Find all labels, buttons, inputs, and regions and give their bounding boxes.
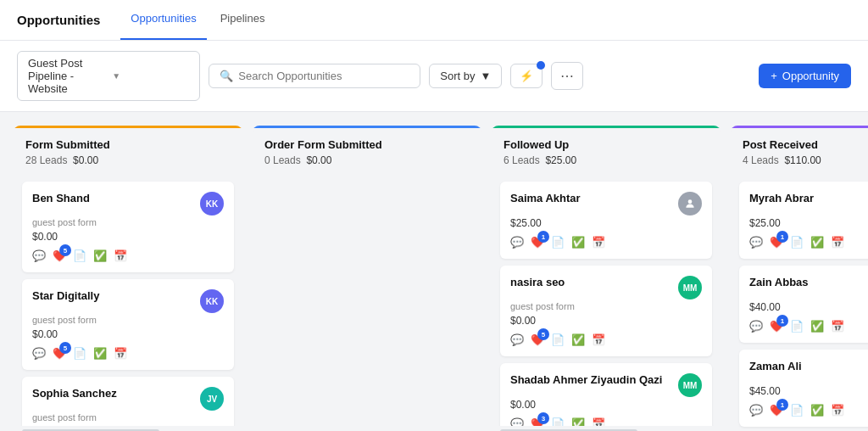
action-icon[interactable]: ❤️5 bbox=[53, 347, 66, 360]
plus-icon: + bbox=[771, 70, 777, 82]
card-amount: $40.00 bbox=[749, 301, 868, 313]
avatar: MM bbox=[678, 373, 702, 397]
action-icon[interactable]: 📅 bbox=[831, 236, 844, 249]
action-icon[interactable]: ❤️1 bbox=[770, 404, 783, 417]
action-icon[interactable]: 📅 bbox=[592, 236, 605, 249]
action-icon[interactable]: ✅ bbox=[810, 404, 824, 417]
action-icon[interactable]: ✅ bbox=[93, 347, 107, 360]
action-icon[interactable]: 📄 bbox=[790, 320, 804, 333]
column-title: Post Received bbox=[743, 138, 868, 151]
card[interactable]: Zaman Ali $45.00 💬❤️1📄✅📅 bbox=[739, 350, 868, 427]
cards-container-order-form-submitted bbox=[253, 175, 481, 431]
column-header-form-submitted: Form Submitted 28 Leads $0.00 bbox=[14, 126, 242, 175]
action-icon[interactable]: ✅ bbox=[810, 236, 824, 249]
card-actions: 💬❤️3📄✅📅 bbox=[510, 417, 702, 426]
action-icon[interactable]: 💬 bbox=[32, 249, 46, 262]
card-header: Zain Abbas bbox=[749, 276, 868, 299]
action-icon[interactable]: 💬 bbox=[749, 320, 763, 333]
action-icon[interactable]: 📅 bbox=[831, 404, 844, 417]
action-icon[interactable]: 💬 bbox=[749, 404, 763, 417]
action-icon[interactable]: 📄 bbox=[790, 236, 804, 249]
card[interactable]: Ben Shand KK guest post form $0.00 💬❤️5📄… bbox=[22, 182, 234, 272]
card[interactable]: Star Digitally KK guest post form $0.00 … bbox=[22, 279, 234, 370]
tab-opportunities[interactable]: Opportunities bbox=[120, 0, 206, 40]
action-icon[interactable]: ❤️5 bbox=[53, 249, 66, 262]
card-header: Zaman Ali bbox=[749, 360, 868, 383]
card-name: Ben Shand bbox=[32, 192, 90, 204]
card[interactable]: Shadab Ahmer Ziyaudin Qazi MM $0.00 💬❤️3… bbox=[500, 363, 712, 426]
card[interactable]: Saima Akhtar $25.00 💬❤️1📄✅📅 bbox=[500, 182, 712, 259]
action-icon[interactable]: 📄 bbox=[551, 333, 565, 346]
svg-point-0 bbox=[688, 199, 693, 204]
action-icon[interactable]: 📅 bbox=[592, 417, 605, 426]
sort-button[interactable]: Sort by ▼ bbox=[429, 64, 502, 88]
action-icon[interactable]: 💬 bbox=[510, 333, 524, 346]
action-icon[interactable]: ❤️5 bbox=[531, 333, 544, 346]
more-options-button[interactable]: ⋯ bbox=[551, 62, 583, 90]
card-name: Myrah Abrar bbox=[749, 192, 814, 204]
search-box[interactable]: 🔍 bbox=[209, 64, 420, 88]
badge: 1 bbox=[776, 399, 788, 411]
sort-label: Sort by bbox=[440, 70, 475, 82]
column-meta: 6 Leads $25.00 bbox=[504, 154, 709, 166]
column-title: Order Form Submitted bbox=[264, 138, 470, 151]
action-icon[interactable]: 📄 bbox=[73, 249, 86, 262]
column-header-followed-up: Followed Up 6 Leads $25.00 bbox=[492, 126, 721, 175]
page-title: Opportunities bbox=[17, 13, 100, 27]
card-name: Saima Akhtar bbox=[510, 192, 581, 204]
action-icon[interactable]: 📄 bbox=[73, 347, 86, 360]
card-header: nasira seo MM bbox=[510, 276, 702, 299]
action-icon[interactable]: ✅ bbox=[571, 333, 585, 346]
card-header: Myrah Abrar bbox=[749, 192, 868, 216]
action-icon[interactable]: ❤️1 bbox=[770, 320, 783, 333]
card[interactable]: Myrah Abrar $25.00 💬❤️1📄✅📅 bbox=[739, 182, 868, 259]
action-icon[interactable]: 💬 bbox=[510, 236, 524, 249]
action-icon[interactable]: ✅ bbox=[810, 320, 824, 333]
action-icon[interactable]: 📄 bbox=[551, 236, 565, 249]
cards-container-post-received: Myrah Abrar $25.00 💬❤️1📄✅📅 Zain Abbas $4… bbox=[731, 175, 868, 431]
kanban-board: Form Submitted 28 Leads $0.00 Ben Shand … bbox=[0, 112, 868, 431]
toolbar: Guest Post Pipeline - Website ▼ 🔍 Sort b… bbox=[0, 41, 868, 112]
top-nav: Opportunities Opportunities Pipelines bbox=[0, 0, 868, 41]
action-icon[interactable]: ❤️1 bbox=[770, 236, 783, 249]
card-name: Shadab Ahmer Ziyaudin Qazi bbox=[510, 373, 662, 386]
pipeline-select[interactable]: Guest Post Pipeline - Website ▼ bbox=[17, 51, 200, 101]
card-header: Sophia Sanchez JV bbox=[32, 387, 224, 411]
tab-pipelines[interactable]: Pipelines bbox=[210, 0, 275, 40]
column-meta: 4 Leads $110.00 bbox=[743, 154, 868, 166]
card-actions: 💬❤️5📄✅📅 bbox=[510, 333, 702, 346]
action-icon[interactable]: 💬 bbox=[749, 236, 763, 249]
filter-active-dot bbox=[537, 61, 545, 70]
column-meta: 0 Leads $0.00 bbox=[264, 154, 470, 166]
action-icon[interactable]: 📅 bbox=[114, 249, 127, 262]
action-icon[interactable]: ❤️1 bbox=[531, 236, 544, 249]
action-icon[interactable]: ❤️3 bbox=[531, 417, 544, 426]
card-subtitle: guest post form bbox=[32, 412, 224, 423]
add-opportunity-button[interactable]: + Opportunity bbox=[759, 64, 851, 88]
avatar: MM bbox=[678, 276, 702, 299]
action-icon[interactable]: 📅 bbox=[592, 333, 605, 346]
avatar: KK bbox=[200, 289, 224, 313]
column-title: Form Submitted bbox=[25, 138, 231, 151]
action-icon[interactable]: ✅ bbox=[93, 249, 107, 262]
cards-container-form-submitted: Ben Shand KK guest post form $0.00 💬❤️5📄… bbox=[14, 175, 242, 426]
action-icon[interactable]: 📅 bbox=[114, 347, 127, 360]
action-icon[interactable]: ✅ bbox=[571, 417, 585, 426]
card-amount: $0.00 bbox=[510, 315, 702, 327]
action-icon[interactable]: ✅ bbox=[571, 236, 585, 249]
search-input[interactable] bbox=[238, 70, 409, 82]
filter-button[interactable]: ⚡ bbox=[510, 64, 542, 88]
card[interactable]: Sophia Sanchez JV guest post form $0.00 bbox=[22, 377, 234, 426]
action-icon[interactable]: 📄 bbox=[551, 417, 565, 426]
action-icon[interactable]: 💬 bbox=[510, 417, 524, 426]
action-icon[interactable]: 📅 bbox=[831, 320, 844, 333]
action-icon[interactable]: 📄 bbox=[790, 404, 804, 417]
card-actions: 💬❤️5📄✅📅 bbox=[32, 249, 224, 262]
card[interactable]: nasira seo MM guest post form $0.00 💬❤️5… bbox=[500, 266, 712, 356]
action-icon[interactable]: 💬 bbox=[32, 347, 46, 360]
card-subtitle: guest post form bbox=[32, 217, 224, 227]
card-actions: 💬❤️1📄✅📅 bbox=[749, 236, 868, 249]
nav-tabs: Opportunities Pipelines bbox=[120, 0, 278, 40]
card[interactable]: Zain Abbas $40.00 💬❤️1📄✅📅 bbox=[739, 266, 868, 343]
search-icon: 🔍 bbox=[220, 70, 233, 82]
